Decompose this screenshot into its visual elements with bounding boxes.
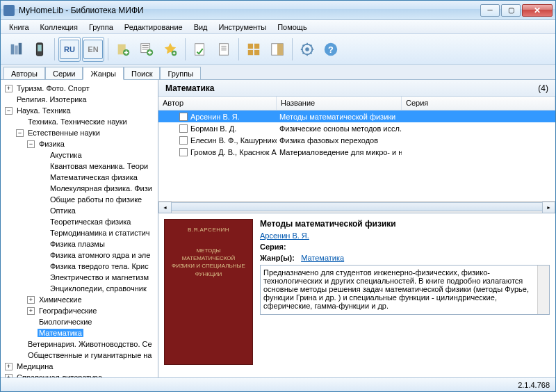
horizontal-scrollbar[interactable] bbox=[158, 201, 555, 213]
expand-icon[interactable]: + bbox=[27, 296, 35, 304]
tree-node[interactable]: +Химические bbox=[1, 294, 158, 305]
tree-node[interactable]: Ветеринария. Животноводство. Се bbox=[1, 338, 158, 350]
menu-tools[interactable]: Инструменты bbox=[215, 22, 271, 33]
tree-node[interactable]: Физика твердого тела. Крис bbox=[1, 261, 158, 272]
tree-node[interactable]: +Географические bbox=[1, 305, 158, 316]
tree-label[interactable]: Туризм. Фото. Спорт bbox=[15, 84, 91, 92]
tree-node[interactable]: Термодинамика и статистич bbox=[1, 227, 158, 238]
favorite-add-icon[interactable] bbox=[159, 37, 181, 62]
expand-icon[interactable]: − bbox=[5, 107, 13, 115]
tree-node[interactable]: Техника. Технические науки bbox=[1, 116, 158, 127]
grid-body[interactable]: Арсенин В. Я.Методы математической физик… bbox=[158, 111, 555, 201]
tree-label[interactable]: Акустика bbox=[49, 151, 83, 159]
expand-icon[interactable]: − bbox=[27, 140, 35, 148]
tree-node[interactable]: −Естественные науки bbox=[1, 127, 158, 138]
tree-label[interactable]: Медицина bbox=[15, 362, 54, 370]
maximize-button[interactable]: ▢ bbox=[501, 4, 521, 17]
tree-label[interactable]: Энциклопедии, справочник bbox=[49, 284, 148, 293]
grid-icon[interactable] bbox=[243, 37, 265, 62]
tab-genres[interactable]: Жанры bbox=[83, 67, 124, 80]
col-author[interactable]: Автор bbox=[158, 97, 277, 110]
tree-node[interactable]: Биологические bbox=[1, 316, 158, 327]
tree-node[interactable]: Теоретическая физика bbox=[1, 216, 158, 227]
table-row[interactable]: Громов Д. В., Краснюк А. А.Материаловеде… bbox=[158, 146, 555, 158]
help-icon[interactable]: ? bbox=[320, 37, 342, 62]
tree-node[interactable]: Математическая физика bbox=[1, 172, 158, 183]
tree-node[interactable]: Математика bbox=[1, 327, 158, 338]
menu-group[interactable]: Группа bbox=[85, 22, 117, 33]
detail-author-link[interactable]: Арсенин В. Я. bbox=[260, 231, 309, 240]
tree-label[interactable]: Теоретическая физика bbox=[49, 218, 132, 226]
tree-node[interactable]: Религия. Изотерика bbox=[1, 94, 158, 105]
table-row[interactable]: Елесин В. Ф., Кашурников ...Физика фазов… bbox=[158, 134, 555, 146]
tree-node[interactable]: Квантовая механика. Теори bbox=[1, 161, 158, 172]
lang-en-button[interactable]: EN bbox=[82, 37, 104, 62]
tree-label[interactable]: Молекулярная физика. Физи bbox=[49, 184, 154, 193]
lang-ru-button[interactable]: RU bbox=[58, 37, 81, 62]
tree-label[interactable]: Химические bbox=[38, 295, 83, 304]
menu-collection[interactable]: Коллекция bbox=[36, 22, 82, 33]
tree-node[interactable]: Электричество и магнетизм bbox=[1, 272, 158, 283]
tree-node[interactable]: Молекулярная физика. Физи bbox=[1, 183, 158, 194]
tree-label[interactable]: Естественные науки bbox=[26, 129, 101, 137]
row-checkbox[interactable] bbox=[179, 148, 188, 156]
tree-node[interactable]: +Туризм. Фото. Спорт bbox=[1, 83, 158, 94]
tree-node[interactable]: Общественные и гуманитарные на bbox=[1, 350, 158, 361]
genre-tree[interactable]: +Туризм. Фото. СпортРелигия. Изотерика−Н… bbox=[1, 80, 158, 377]
menu-book[interactable]: Книга bbox=[5, 22, 33, 33]
detail-genre-link[interactable]: Математика bbox=[301, 254, 344, 262]
menu-view[interactable]: Вид bbox=[190, 22, 212, 33]
tree-label[interactable]: Физика твердого тела. Крис bbox=[49, 262, 150, 270]
vertical-scrollbar[interactable] bbox=[537, 266, 549, 314]
tree-label[interactable]: Религия. Изотерика bbox=[15, 95, 88, 104]
tree-label[interactable]: Биологические bbox=[38, 318, 93, 326]
expand-icon[interactable]: − bbox=[16, 129, 24, 137]
menu-help[interactable]: Помощь bbox=[273, 22, 311, 33]
tree-label[interactable]: Физика плазмы bbox=[49, 240, 106, 248]
tree-label[interactable]: Физика атомного ядра и эле bbox=[49, 251, 152, 259]
doc-icon[interactable] bbox=[213, 37, 235, 62]
tree-node[interactable]: Оптика bbox=[1, 205, 158, 216]
tree-label[interactable]: Географические bbox=[38, 307, 98, 315]
tree-node[interactable]: −Наука. Техника bbox=[1, 105, 158, 116]
col-series[interactable]: Серия bbox=[402, 97, 555, 110]
expand-icon[interactable]: + bbox=[5, 85, 13, 92]
tab-series[interactable]: Серии bbox=[45, 67, 83, 80]
tree-label[interactable]: Общие работы по физике bbox=[49, 195, 143, 204]
tab-groups[interactable]: Группы bbox=[160, 67, 201, 80]
tree-node[interactable]: Акустика bbox=[1, 149, 158, 161]
settings-icon[interactable] bbox=[296, 37, 318, 62]
expand-icon[interactable]: + bbox=[27, 307, 35, 315]
tree-label[interactable]: Ветеринария. Животноводство. Се bbox=[26, 340, 154, 348]
add-list-icon[interactable] bbox=[136, 37, 158, 62]
row-checkbox[interactable] bbox=[179, 136, 188, 145]
tree-node[interactable]: Физика атомного ядра и эле bbox=[1, 250, 158, 261]
add-book-icon[interactable] bbox=[112, 37, 134, 62]
check-doc-icon[interactable] bbox=[189, 37, 211, 62]
tree-node[interactable]: +Справочная литература bbox=[1, 372, 158, 377]
expand-icon[interactable]: + bbox=[5, 363, 13, 370]
tree-label[interactable]: Оптика bbox=[49, 206, 77, 215]
tree-label[interactable]: Техника. Технические науки bbox=[26, 117, 129, 126]
tree-label[interactable]: Общественные и гуманитарные на bbox=[26, 351, 154, 359]
tree-node[interactable]: Физика плазмы bbox=[1, 238, 158, 250]
tree-label[interactable]: Наука. Техника bbox=[15, 106, 72, 115]
device-phone-icon[interactable] bbox=[28, 37, 51, 62]
tree-label[interactable]: Математическая физика bbox=[49, 173, 139, 181]
tab-search[interactable]: Поиск bbox=[124, 67, 160, 80]
tree-label[interactable]: Квантовая механика. Теори bbox=[49, 162, 149, 170]
tree-node[interactable]: +Медицина bbox=[1, 361, 158, 372]
minimize-button[interactable]: ─ bbox=[480, 4, 500, 17]
tab-authors[interactable]: Авторы bbox=[3, 67, 45, 80]
tree-label[interactable]: Математика bbox=[38, 329, 83, 337]
table-row[interactable]: Борман В. Д.Физические основы методов ис… bbox=[158, 122, 555, 134]
tree-label[interactable]: Термодинамика и статистич bbox=[49, 229, 152, 237]
tree-node[interactable]: Общие работы по физике bbox=[1, 194, 158, 205]
col-title[interactable]: Название bbox=[277, 97, 402, 110]
titlebar[interactable]: MyHomeLib - Библиотека МИФИ ─ ▢ ✕ bbox=[1, 1, 555, 20]
row-checkbox[interactable] bbox=[179, 124, 188, 133]
tree-label[interactable]: Физика bbox=[38, 140, 66, 148]
table-row[interactable]: Арсенин В. Я.Методы математической физик… bbox=[158, 111, 555, 122]
tree-label[interactable]: Электричество и магнетизм bbox=[49, 273, 150, 281]
device-books-icon[interactable] bbox=[5, 37, 27, 62]
